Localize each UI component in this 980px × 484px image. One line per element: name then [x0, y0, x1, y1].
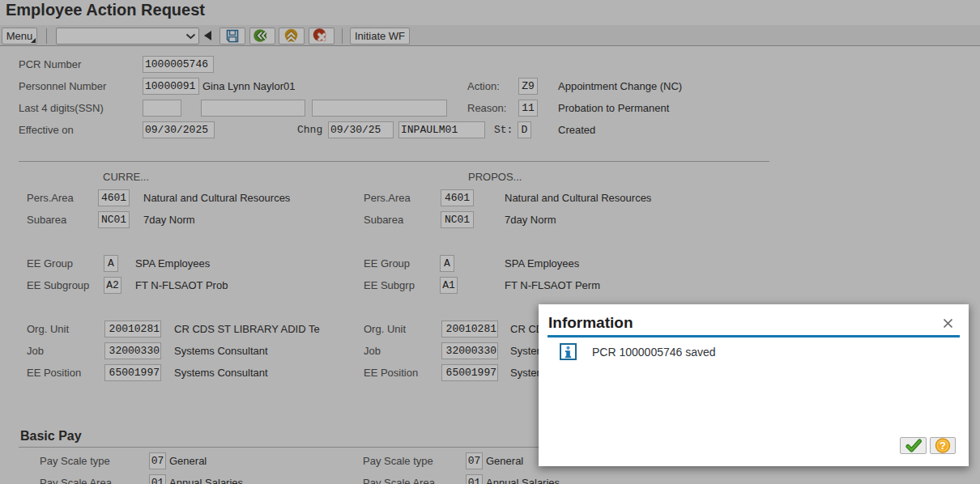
svg-text:?: ?	[940, 439, 946, 452]
